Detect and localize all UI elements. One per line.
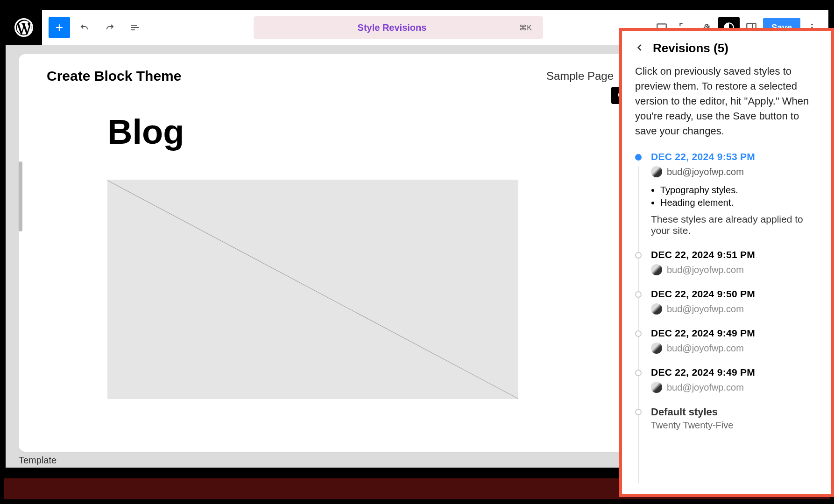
default-styles-title: Default styles <box>651 406 818 418</box>
revision-date: DEC 22, 2024 9:50 PM <box>651 288 818 300</box>
timeline-dot-icon <box>635 330 642 337</box>
revision-change-item: Typography styles. <box>660 185 818 196</box>
timeline-dot-icon <box>635 291 642 298</box>
revision-item[interactable]: DEC 22, 2024 9:53 PM bud@joyofwp.com Typ… <box>635 151 818 236</box>
wordpress-logo-button[interactable] <box>6 10 42 45</box>
page-title[interactable]: Blog <box>107 112 614 152</box>
revisions-panel: Revisions (5) Click on previously saved … <box>619 28 834 497</box>
timeline-dot-icon <box>635 154 642 161</box>
command-bar-label: Style Revisions <box>358 22 427 33</box>
add-block-button[interactable]: + <box>49 17 70 38</box>
revisions-list: DEC 22, 2024 9:53 PM bud@joyofwp.com Typ… <box>635 151 818 431</box>
timeline-dot-icon <box>635 409 642 415</box>
list-view-icon <box>129 22 141 33</box>
revision-date: DEC 22, 2024 9:51 PM <box>651 249 818 260</box>
redo-button[interactable] <box>99 17 120 38</box>
nav-link-sample-page[interactable]: Sample Page <box>546 70 614 83</box>
scrollbar-left[interactable] <box>19 161 22 231</box>
editor-canvas[interactable]: Create Block Theme Sample Page s ✕ Close… <box>19 54 642 452</box>
timeline-dot-icon <box>635 252 642 259</box>
revision-item[interactable]: DEC 22, 2024 9:51 PM bud@joyofwp.com <box>635 249 818 275</box>
revision-date: DEC 22, 2024 9:53 PM <box>651 151 818 162</box>
redo-icon <box>104 22 115 33</box>
revision-author: bud@joyofwp.com <box>667 265 744 275</box>
avatar <box>651 343 662 354</box>
revision-item[interactable]: DEC 22, 2024 9:49 PM bud@joyofwp.com <box>635 328 818 354</box>
command-bar[interactable]: Style Revisions ⌘K <box>254 16 543 39</box>
bottom-status: Template <box>19 455 57 466</box>
chevron-left-icon <box>635 43 644 52</box>
revision-changes: Typography styles. Heading element. <box>653 185 818 208</box>
revision-author: bud@joyofwp.com <box>667 167 744 177</box>
revision-change-item: Heading element. <box>660 197 818 208</box>
avatar <box>651 303 662 315</box>
command-shortcut: ⌘K <box>519 23 532 32</box>
svg-point-4 <box>811 24 813 26</box>
revisions-panel-description: Click on previously saved styles to prev… <box>635 64 818 138</box>
revision-item[interactable]: DEC 22, 2024 9:50 PM bud@joyofwp.com <box>635 288 818 315</box>
revision-author: bud@joyofwp.com <box>667 382 744 393</box>
back-button[interactable] <box>635 41 644 56</box>
avatar <box>651 264 662 275</box>
revision-date: DEC 22, 2024 9:49 PM <box>651 328 818 339</box>
avatar <box>651 382 662 393</box>
revision-item-default[interactable]: Default styles Twenty Twenty-Five <box>635 406 818 431</box>
undo-button[interactable] <box>74 17 95 38</box>
revision-item[interactable]: DEC 22, 2024 9:49 PM bud@joyofwp.com <box>635 367 818 393</box>
revision-date: DEC 22, 2024 9:49 PM <box>651 367 818 378</box>
list-view-button[interactable] <box>124 17 146 38</box>
revision-note: These styles are already applied to your… <box>651 214 818 236</box>
timeline-dot-icon <box>635 370 642 376</box>
default-styles-theme: Twenty Twenty-Five <box>651 420 818 431</box>
revision-author: bud@joyofwp.com <box>667 343 744 354</box>
revisions-panel-title: Revisions (5) <box>653 41 728 56</box>
revision-author: bud@joyofwp.com <box>667 304 744 315</box>
featured-image-placeholder[interactable] <box>107 180 518 399</box>
site-title[interactable]: Create Block Theme <box>47 68 181 84</box>
wordpress-icon <box>14 18 33 37</box>
undo-icon <box>79 22 90 33</box>
avatar <box>651 166 662 177</box>
